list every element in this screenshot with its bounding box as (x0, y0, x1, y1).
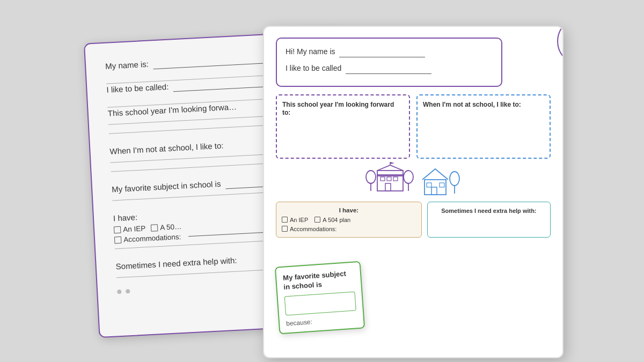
school-year-title: This school year I'm looking forward to: (282, 101, 404, 117)
school-year-box: This school year I'm looking forward to: (276, 94, 410, 159)
front-accom-label: Accommodations: (290, 226, 336, 232)
not-at-school-box: When I'm not at school, I like to: (416, 94, 551, 159)
svg-rect-9 (393, 177, 398, 181)
plan-label: A 50… (160, 222, 182, 231)
front-checkbox-row-2: Accommodations: (282, 226, 416, 232)
name-section: Hi! My name is I like to be called (276, 38, 502, 87)
sometimes-box: Sometimes I need extra help with: (427, 202, 551, 238)
looking-forward-label: This school year I'm looking forwa… (107, 102, 237, 118)
front-504-cb (314, 217, 320, 223)
svg-point-1 (366, 171, 376, 183)
iep-label: An IEP (123, 224, 146, 233)
dot-1 (117, 289, 121, 293)
accom-label: Accommodations: (123, 232, 181, 243)
accom-checkbox: Accommodations: (114, 232, 181, 243)
i-have-title: I have: (282, 207, 416, 213)
svg-rect-7 (380, 177, 385, 181)
svg-point-17 (450, 172, 459, 186)
photo-circle: This is me: (557, 26, 564, 65)
name-line-1: Hi! My name is (286, 46, 493, 57)
extra-help-label: Sometimes I need extra help with: (115, 255, 237, 271)
scene: My name is: I like to be called: This sc… (80, 26, 564, 337)
front-504-label: A 504 plan (323, 217, 350, 223)
illustration-row (276, 159, 551, 202)
sometimes-title: Sometimes I need extra help with: (433, 207, 545, 215)
svg-rect-15 (427, 183, 431, 187)
school-building-icon (365, 160, 414, 197)
svg-rect-14 (431, 187, 437, 195)
i-have-label: I have: (113, 212, 138, 223)
green-card-title: My favorite subject in school is (283, 269, 355, 292)
accom-cb (114, 236, 122, 243)
front-checkbox-row-1: An IEP A 504 plan (282, 217, 416, 223)
green-card-because: because: (286, 315, 357, 327)
svg-point-11 (404, 171, 413, 183)
front-iep-label: An IEP (290, 217, 308, 223)
favorite-subject-label: My favorite subject in school is (112, 179, 221, 194)
called-label: I like to be called: (106, 82, 169, 94)
name-input-line (339, 57, 425, 57)
i-have-box: I have: An IEP A 504 plan Accommodations… (276, 202, 422, 238)
hi-my-name-label: Hi! My name is (286, 47, 335, 56)
middle-section: This school year I'm looking forward to:… (276, 94, 551, 159)
front-page: This is me: Hi! My name is I like to be … (263, 26, 564, 358)
green-card-field (284, 291, 356, 315)
house-icon (418, 162, 461, 197)
green-card: My favorite subject in school is because… (275, 261, 365, 334)
not-at-school-label: When I'm not at school, I like to: (109, 141, 224, 156)
bottom-section: I have: An IEP A 504 plan Accommodations… (276, 202, 551, 238)
svg-rect-16 (440, 183, 444, 187)
called-input-line (346, 73, 431, 74)
accom-underline (188, 231, 274, 236)
name-underline (153, 62, 272, 69)
front-accom-cb (282, 226, 288, 232)
dot-2 (126, 289, 130, 293)
plan-cb (151, 224, 158, 232)
name-line-2: I like to be called (286, 63, 493, 74)
iep-cb (114, 226, 121, 233)
called-label-front: I like to be called (286, 64, 341, 72)
svg-marker-6 (390, 162, 394, 164)
name-label: My name is: (105, 59, 149, 70)
not-at-school-title: When I'm not at school, I like to: (423, 101, 544, 109)
svg-rect-10 (385, 183, 391, 191)
iep-checkbox: An IEP (114, 224, 146, 234)
svg-rect-8 (387, 177, 391, 181)
plan-checkbox: A 50… (151, 222, 182, 232)
front-iep-cb (282, 217, 288, 223)
